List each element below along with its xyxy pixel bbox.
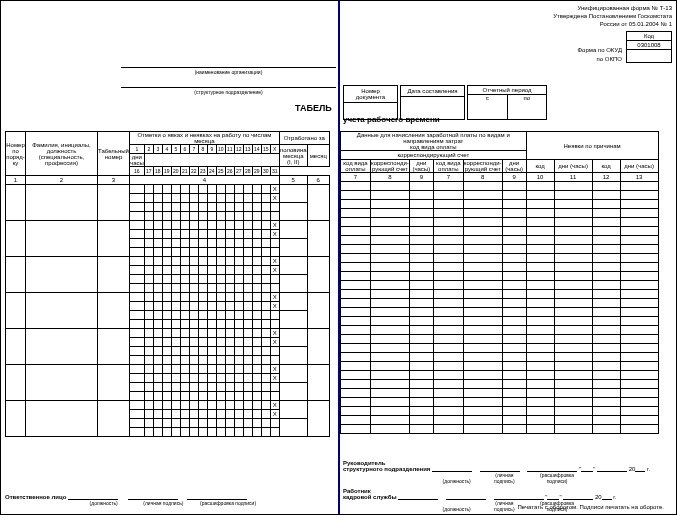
mark-cell[interactable] xyxy=(225,347,234,356)
mark-cell[interactable] xyxy=(207,248,216,257)
row-num[interactable] xyxy=(6,185,26,221)
mark-cell[interactable] xyxy=(130,365,145,374)
mark-cell[interactable] xyxy=(180,221,189,230)
pay-cell[interactable] xyxy=(371,236,410,245)
mark-cell[interactable] xyxy=(130,221,145,230)
mark-cell[interactable] xyxy=(144,419,153,428)
mark-cell[interactable] xyxy=(270,203,279,212)
mark-cell[interactable] xyxy=(162,419,171,428)
mark-cell[interactable] xyxy=(130,428,145,437)
mark-cell[interactable] xyxy=(261,320,270,329)
pay-cell[interactable] xyxy=(526,245,554,254)
mark-cell[interactable] xyxy=(153,338,162,347)
mark-cell[interactable] xyxy=(225,410,234,419)
pay-cell[interactable] xyxy=(341,308,371,317)
pay-cell[interactable] xyxy=(620,371,658,380)
pay-cell[interactable] xyxy=(554,326,592,335)
mark-cell[interactable] xyxy=(144,428,153,437)
mark-cell[interactable] xyxy=(198,329,207,338)
pay-cell[interactable] xyxy=(526,362,554,371)
mark-cell[interactable] xyxy=(130,275,145,284)
pay-cell[interactable] xyxy=(554,182,592,191)
pay-cell[interactable] xyxy=(554,218,592,227)
mark-cell[interactable] xyxy=(225,329,234,338)
pay-cell[interactable] xyxy=(502,236,526,245)
worked-half[interactable] xyxy=(279,185,307,203)
pay-cell[interactable] xyxy=(526,281,554,290)
pay-cell[interactable] xyxy=(554,398,592,407)
pay-cell[interactable] xyxy=(433,290,463,299)
mark-cell[interactable] xyxy=(207,374,216,383)
mark-cell[interactable] xyxy=(234,230,243,239)
mark-cell[interactable] xyxy=(153,383,162,392)
mark-cell[interactable] xyxy=(243,401,252,410)
mark-cell[interactable] xyxy=(162,266,171,275)
mark-cell[interactable] xyxy=(171,194,180,203)
pay-cell[interactable] xyxy=(433,407,463,416)
pay-cell[interactable] xyxy=(463,290,502,299)
mark-cell[interactable] xyxy=(261,356,270,365)
pay-cell[interactable] xyxy=(371,182,410,191)
mark-cell[interactable] xyxy=(261,311,270,320)
mark-cell[interactable] xyxy=(162,212,171,221)
pay-cell[interactable] xyxy=(341,200,371,209)
pay-cell[interactable] xyxy=(592,218,620,227)
pay-cell[interactable] xyxy=(371,425,410,434)
pay-cell[interactable] xyxy=(341,254,371,263)
mark-cell[interactable] xyxy=(130,266,145,275)
mark-cell[interactable] xyxy=(162,230,171,239)
mark-cell[interactable] xyxy=(216,302,225,311)
mark-cell[interactable] xyxy=(261,392,270,401)
pay-cell[interactable] xyxy=(620,416,658,425)
pay-cell[interactable] xyxy=(341,317,371,326)
pay-cell[interactable] xyxy=(409,290,433,299)
mark-cell[interactable] xyxy=(153,374,162,383)
pay-cell[interactable] xyxy=(620,353,658,362)
mark-cell[interactable] xyxy=(225,248,234,257)
mark-cell[interactable] xyxy=(153,275,162,284)
mark-cell[interactable] xyxy=(180,356,189,365)
mark-cell[interactable] xyxy=(243,293,252,302)
mark-cell[interactable] xyxy=(153,428,162,437)
pay-cell[interactable] xyxy=(463,353,502,362)
pay-cell[interactable] xyxy=(371,371,410,380)
mark-cell[interactable] xyxy=(144,266,153,275)
mark-cell[interactable] xyxy=(234,212,243,221)
mark-cell[interactable] xyxy=(261,239,270,248)
mark-cell[interactable] xyxy=(234,284,243,293)
pay-cell[interactable] xyxy=(620,227,658,236)
pay-cell[interactable] xyxy=(554,335,592,344)
mark-cell[interactable] xyxy=(252,203,261,212)
mark-cell[interactable] xyxy=(225,311,234,320)
pay-cell[interactable] xyxy=(341,227,371,236)
mark-cell[interactable] xyxy=(130,410,145,419)
pay-cell[interactable] xyxy=(463,416,502,425)
pay-cell[interactable] xyxy=(620,272,658,281)
pay-cell[interactable] xyxy=(502,281,526,290)
pay-cell[interactable] xyxy=(526,299,554,308)
mark-cell[interactable] xyxy=(162,239,171,248)
mark-cell[interactable] xyxy=(270,248,279,257)
mark-cell[interactable] xyxy=(162,194,171,203)
mark-cell[interactable] xyxy=(130,293,145,302)
mark-cell[interactable]: X xyxy=(270,293,279,302)
pay-cell[interactable] xyxy=(592,425,620,434)
pay-cell[interactable] xyxy=(526,353,554,362)
mark-cell[interactable] xyxy=(180,293,189,302)
mark-cell[interactable] xyxy=(171,365,180,374)
pay-cell[interactable] xyxy=(341,416,371,425)
pay-cell[interactable] xyxy=(620,191,658,200)
mark-cell[interactable] xyxy=(243,203,252,212)
mark-cell[interactable] xyxy=(180,419,189,428)
row-tab[interactable] xyxy=(98,365,130,401)
pay-cell[interactable] xyxy=(371,380,410,389)
mark-cell[interactable] xyxy=(261,230,270,239)
worked-month[interactable] xyxy=(307,329,329,365)
mark-cell[interactable] xyxy=(243,302,252,311)
mark-cell[interactable] xyxy=(144,275,153,284)
mark-cell[interactable] xyxy=(189,374,198,383)
mark-cell[interactable] xyxy=(162,392,171,401)
pay-cell[interactable] xyxy=(463,218,502,227)
pay-cell[interactable] xyxy=(502,398,526,407)
mark-cell[interactable] xyxy=(234,392,243,401)
